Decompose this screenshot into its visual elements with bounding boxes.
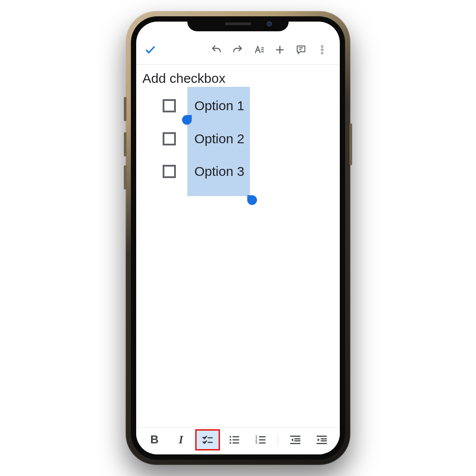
phone-bezel: Add checkbox Option 1 Option 2 Option 3 (131, 16, 345, 460)
checklist-button[interactable] (197, 431, 219, 449)
done-button[interactable] (141, 40, 160, 60)
outdent-button[interactable] (284, 431, 306, 449)
svg-point-2 (321, 52, 323, 54)
phone-frame: Add checkbox Option 1 Option 2 Option 3 (126, 11, 350, 465)
checklist-item[interactable]: Option 2 (163, 131, 335, 147)
bulleted-list-button[interactable] (223, 431, 245, 449)
app-screen: Add checkbox Option 1 Option 2 Option 3 (136, 22, 340, 454)
format-toolbar: B I 123 (136, 427, 340, 454)
numbered-list-button[interactable]: 123 (249, 431, 271, 449)
comment-button[interactable] (291, 40, 311, 60)
checklist: Option 1 Option 2 Option 3 (163, 98, 335, 179)
selection-handle-end[interactable] (247, 195, 257, 205)
bold-button[interactable]: B (144, 431, 166, 449)
svg-marker-21 (291, 438, 293, 441)
svg-point-5 (229, 436, 231, 438)
checklist-item-label[interactable]: Option 2 (193, 131, 245, 147)
overflow-menu-button[interactable] (312, 40, 332, 60)
document-title[interactable]: Add checkbox (142, 71, 335, 86)
svg-marker-26 (317, 438, 320, 441)
indent-button[interactable] (311, 431, 333, 449)
insert-button[interactable] (270, 40, 290, 60)
checkbox-icon[interactable] (163, 165, 176, 178)
checkbox-icon[interactable] (163, 132, 176, 145)
svg-point-0 (321, 45, 323, 47)
svg-text:3: 3 (255, 441, 257, 445)
toolbar-divider (278, 433, 278, 446)
svg-point-7 (229, 439, 231, 441)
redo-button[interactable] (228, 40, 247, 60)
checklist-item-label[interactable]: Option 1 (193, 98, 245, 114)
svg-point-9 (229, 442, 231, 444)
checklist-item-label[interactable]: Option 3 (193, 164, 245, 179)
undo-button[interactable] (207, 40, 226, 60)
document-body[interactable]: Add checkbox Option 1 Option 2 Option 3 (136, 65, 340, 427)
phone-notch (187, 16, 289, 31)
italic-button[interactable]: I (170, 431, 192, 449)
text-format-button[interactable] (249, 40, 268, 60)
svg-point-1 (321, 48, 323, 50)
checklist-item[interactable]: Option 3 (163, 164, 335, 179)
editor-toolbar (136, 35, 340, 65)
checkbox-icon[interactable] (163, 99, 176, 112)
selection-handle-start[interactable] (182, 115, 192, 125)
checklist-item[interactable]: Option 1 (163, 98, 335, 114)
